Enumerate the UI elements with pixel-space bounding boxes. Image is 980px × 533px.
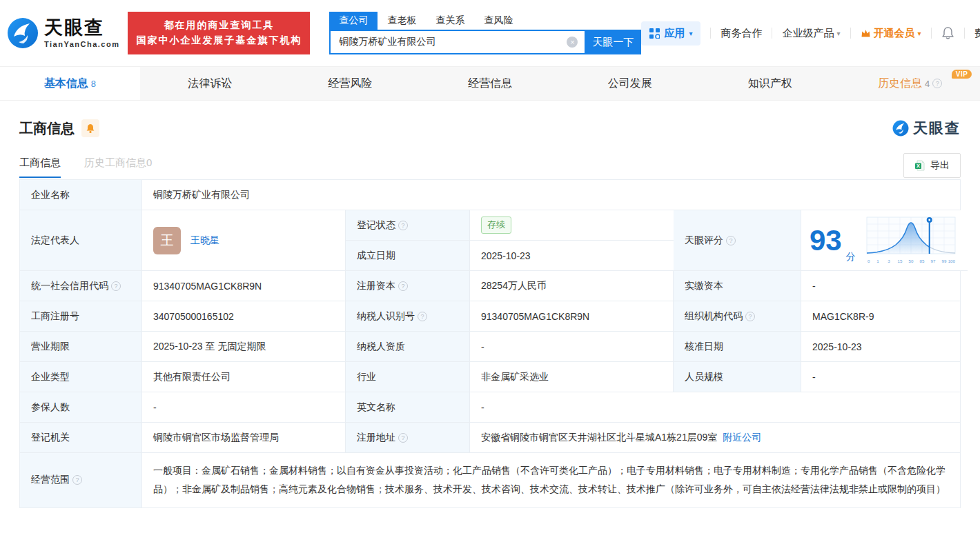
org-code-label: 组织机构代码 — [685, 310, 743, 323]
subtab-history-business-info[interactable]: 历史工商信息0 — [84, 157, 152, 178]
cooperation-link[interactable]: 商务合作 — [721, 27, 762, 40]
field-label: 纳税人识别号 ? — [346, 301, 470, 332]
tianyancha-logo[interactable]: 天眼查 TianYanCha.com — [7, 17, 119, 49]
staff-size-value: - — [801, 362, 960, 392]
promo-banner-line1: 都在用的商业查询工具 — [136, 18, 302, 33]
table-row: 经营范围 ? 一般项目：金属矿石销售；金属材料销售；以自有资金从事投资活动；化工… — [20, 453, 960, 507]
tianyancha-watermark-text: 天眼查 — [913, 119, 961, 138]
reg-capital-label: 注册资本 — [357, 280, 395, 292]
approval-date-value: 2025-10-23 — [801, 332, 960, 362]
status-badge: 存续 — [481, 217, 511, 233]
field-label: 行业 — [346, 362, 470, 392]
field-label: 经营范围 ? — [20, 453, 142, 507]
avatar[interactable]: 王 — [153, 227, 181, 254]
search-tabs: 查公司 查老板 查关系 查风险 — [329, 12, 641, 30]
paid-capital-value: - — [801, 271, 960, 301]
open-membership-label: 开通会员 — [874, 27, 915, 40]
tianyancha-logo-icon — [7, 17, 39, 49]
monitor-bell-button[interactable] — [81, 119, 99, 137]
open-membership-link[interactable]: 开通会员 ▾ — [861, 27, 921, 40]
help-icon[interactable]: ? — [418, 312, 427, 321]
table-row: 登记机关 铜陵市铜官区市场监督管理局 注册地址 ? 安徽省铜陵市铜官区天井湖社区… — [20, 423, 960, 453]
reg-status-cell: 存续 — [470, 210, 674, 241]
legal-rep-link[interactable]: 王晓星 — [190, 234, 219, 247]
export-button[interactable]: X 导出 — [903, 153, 961, 178]
svg-text:15: 15 — [897, 259, 902, 263]
svg-text:100: 100 — [948, 259, 955, 263]
reg-address-label: 注册地址 — [357, 432, 395, 444]
help-icon[interactable]: ? — [72, 475, 82, 485]
field-label: 登记机关 — [20, 423, 142, 453]
search-block: 查公司 查老板 查关系 查风险 × 天眼一下 — [329, 12, 641, 54]
legal-rep-cell: 王 王晓星 — [142, 210, 346, 271]
header-menu: 应用 ▾ 商务合作 企业级产品 ▾ 开通会员 ▾ — [641, 21, 980, 46]
score-label: 天眼评分 — [685, 234, 723, 247]
taxpayer-id-label: 纳税人识别号 — [357, 310, 415, 323]
svg-text:85: 85 — [919, 259, 924, 263]
help-icon[interactable]: ? — [111, 281, 121, 291]
search-tab-boss[interactable]: 查老板 — [378, 12, 426, 30]
apps-menu-button[interactable]: 应用 ▾ — [641, 21, 700, 46]
field-label: 英文名称 — [346, 392, 470, 423]
insured-count-value: - — [142, 392, 346, 423]
search-input[interactable] — [329, 30, 585, 54]
help-icon[interactable]: ? — [726, 236, 736, 245]
promo-banner: 都在用的商业查询工具 国家中小企业发展子基金旗下机构 — [128, 12, 310, 54]
export-button-label: 导出 — [930, 159, 950, 172]
user-menu[interactable]: 费米 ▾ — [974, 27, 980, 40]
tab-history-info[interactable]: VIP 历史信息 4 ? — [840, 67, 980, 100]
reg-number-value: 340705000165102 — [142, 301, 346, 332]
field-label: 核准日期 — [674, 332, 801, 362]
tab-company-development[interactable]: 公司发展 — [560, 67, 700, 100]
help-icon[interactable]: ? — [745, 312, 755, 321]
business-info-table: 企业名称 铜陵万桥矿业有限公司 法定代表人 王 王晓星 登记状态 ? 存续 成立… — [19, 179, 961, 508]
tab-legal-proceedings[interactable]: 法律诉讼 — [140, 67, 280, 100]
vip-badge: VIP — [952, 70, 972, 79]
help-icon[interactable]: ? — [398, 433, 408, 443]
divider — [931, 28, 932, 39]
search-tab-company[interactable]: 查公司 — [329, 12, 378, 30]
svg-text:99: 99 — [941, 259, 946, 263]
field-label: 成立日期 — [346, 241, 470, 271]
establish-date-value: 2025-10-23 — [470, 241, 674, 271]
company-nav-tabs: 基本信息 8 法律诉讼 经营风险 经营信息 公司发展 知识产权 VIP 历史信息… — [0, 66, 980, 101]
enterprise-products-link[interactable]: 企业级产品 ▾ — [782, 27, 840, 40]
tab-history-info-label: 历史信息 — [878, 77, 922, 91]
section-title: 工商信息 — [19, 119, 75, 138]
subtab-business-info[interactable]: 工商信息 — [19, 157, 61, 178]
field-label: 天眼评分 ? — [674, 210, 801, 271]
field-label: 工商注册号 — [20, 301, 142, 332]
tab-operation-info[interactable]: 经营信息 — [420, 67, 560, 100]
search-tab-risk[interactable]: 查风险 — [474, 12, 522, 30]
search-button[interactable]: 天眼一下 — [585, 30, 641, 54]
reg-address-value: 安徽省铜陵市铜官区天井湖社区北斗星城A1栋21层09室 — [481, 432, 717, 444]
score-distribution-chart: 0 1 3 15 50 85 97 99 100 — [865, 214, 957, 267]
caret-down-icon: ▾ — [836, 30, 840, 37]
field-label: 企业名称 — [20, 180, 142, 210]
field-label: 统一社会信用代码 ? — [20, 271, 142, 301]
search-tab-relation[interactable]: 查关系 — [426, 12, 474, 30]
divider — [850, 28, 851, 39]
tab-intellectual-property[interactable]: 知识产权 — [700, 67, 840, 100]
field-label: 组织机构代码 ? — [674, 301, 801, 332]
svg-text:1: 1 — [876, 259, 879, 263]
field-label: 参保人数 — [20, 392, 142, 423]
divider — [710, 28, 711, 39]
company-name-value: 铜陵万桥矿业有限公司 — [142, 180, 960, 210]
score-value: 93 — [810, 226, 842, 255]
tab-operation-risk[interactable]: 经营风险 — [280, 67, 420, 100]
tab-basic-info-label: 基本信息 — [44, 77, 88, 91]
help-icon[interactable]: ? — [932, 79, 942, 88]
tab-basic-info[interactable]: 基本信息 8 — [0, 67, 140, 100]
company-type-value: 其他有限责任公司 — [142, 362, 346, 392]
help-icon[interactable]: ? — [398, 281, 408, 291]
help-icon[interactable]: ? — [398, 221, 408, 230]
score-cell[interactable]: 93 分 — [801, 210, 968, 271]
tab-operation-info-label: 经营信息 — [468, 77, 512, 91]
username-label: 费米 — [974, 27, 980, 40]
clear-search-icon[interactable]: × — [567, 37, 578, 48]
nearby-companies-link[interactable]: 附近公司 — [723, 432, 761, 444]
divider — [772, 28, 772, 39]
notification-bell-button[interactable] — [941, 26, 954, 40]
credit-code-label: 统一社会信用代码 — [31, 280, 108, 292]
